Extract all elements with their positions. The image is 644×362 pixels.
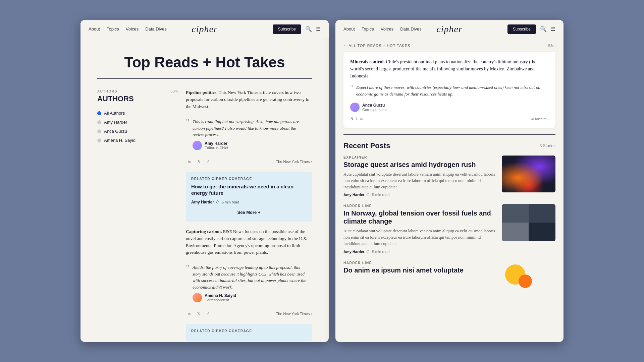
post-1-tag: EXPLAINER [343,156,497,159]
card-twitter-icon[interactable]: 𝕏 [350,116,354,121]
right-window: About Topics Voices Data Dives cipher Su… [335,20,564,342]
left-nav-links: About Topics Voices Data Dives [89,26,167,32]
author-name-all: All Authors [104,111,125,116]
card-avatar-img [350,103,360,112]
left-subscribe-button[interactable]: Subscribe [273,24,301,34]
post-1-clock: ⏱ [366,193,370,197]
right-nav-right: Subscribe 🔍 ☰ [507,24,555,34]
articles-list: Pipeline politics. This New York Times a… [186,86,312,342]
card-linkedin-icon[interactable]: in [360,116,363,121]
left-nav-about[interactable]: About [89,26,100,32]
post-2-excerpt: Aute cupidatat sint voluptate deserunt l… [343,228,497,247]
post-1-thumbnail [502,156,555,192]
card-social: 𝕏 f in Go forward › [350,116,549,121]
article-1-text: Pipeline politics. This New York Times a… [186,89,312,110]
author-anca[interactable]: Anca Gurzu [97,127,178,136]
article-2-author: Amena H. Saiyid Correspondent [193,293,308,302]
author-1-role: Editor-in-Chief [205,146,228,150]
post-2-thumb-img [502,204,555,241]
post-2-clock: ⏱ [366,250,370,254]
authors-label-small: AUTHORS [97,89,117,93]
right-search-icon[interactable]: 🔍 [540,26,547,32]
post-2-tag: HARDER LINE [343,204,497,208]
thumb2-cell3 [502,223,529,241]
article-1-quote: This is troubling but not surprising. Al… [193,118,308,138]
post-1-title: Storage quest arises amid hydrogen rush [343,161,497,169]
sidebar: AUTHORS 53m Authors All Authors Amy Hard… [97,86,178,342]
related-title-1[interactable]: How to get the minerals we need in a cle… [191,183,307,196]
right-menu-icon[interactable]: ☰ [551,26,555,32]
clock-icon-1: ⏱ [216,200,220,204]
author-2-meta: Amena H. Saiyid Correspondent [205,293,236,302]
article-1: Pipeline politics. This New York Times a… [186,89,312,165]
recent-posts-title: Recent Posts [343,141,390,150]
post-item-2[interactable]: HARDER LINE In Norway, global tension ov… [343,204,555,253]
quote-mark-1: " [186,118,190,127]
see-more-button-1[interactable]: See More + [191,208,307,216]
left-nav-datadives[interactable]: Data Dives [145,26,167,32]
post-3-title: Do anim ea ipsum nisi amet voluptate [343,266,497,274]
right-nav-datadives[interactable]: Data Dives [400,26,422,32]
right-subscribe-button[interactable]: Subscribe [507,24,536,34]
left-search-icon[interactable]: 🔍 [305,26,312,32]
twitter-icon-2[interactable]: 𝕏 [195,310,202,317]
facebook-icon-1[interactable]: f [205,158,211,165]
article-2-quote: Amidst the flurry of coverage leading up… [193,264,308,290]
post-1-readtime: 5 min read [372,193,389,197]
author-amy[interactable]: Amy Harder [97,118,178,127]
left-nav-right: Subscribe 🔍 ☰ [273,24,321,34]
left-nav-topics[interactable]: Topics [107,26,119,32]
article-1-bold: Pipeline politics. [186,90,218,95]
facebook-icon-2[interactable]: f [205,310,211,317]
author-amena[interactable]: Amena H. Sayid [97,136,178,145]
post-3-thumbnail [502,261,555,298]
right-nav-about[interactable]: About [343,26,355,32]
sidebar-header: AUTHORS 53m [97,89,178,93]
featured-card: Minerals control. Chile's president outl… [343,52,555,128]
left-menu-icon[interactable]: ☰ [316,26,321,32]
related-label-1: RELATED CIPHER COVERAGE [191,177,307,181]
article-1-quote-block: " This is troubling but not surprising. … [186,115,312,154]
right-nav-links: About Topics Voices Data Dives [343,26,422,32]
author-all[interactable]: All Authors [97,109,178,118]
post-1-excerpt: Aute cupidatat sint voluptate deserunt l… [343,171,497,190]
left-window: About Topics Voices Data Dives cipher Su… [80,20,329,342]
card-quote-block: " Expect more of these moves, with count… [350,84,549,97]
back-link[interactable]: ← ALL TOP READS + HOT TAKES [343,44,410,48]
article-1-share: in 𝕏 f The New York Times › [186,158,312,165]
post-item-1[interactable]: EXPLAINER Storage quest arises amid hydr… [343,156,555,197]
quote-mark-2: " [186,263,190,273]
right-timestamp: 53m [548,44,555,48]
post-2-title: In Norway, global tension over fossil fu… [343,209,497,225]
article-2: Capturing carbon. E&E News focuses on th… [186,228,312,317]
avatar-amena-img [193,293,202,302]
linkedin-icon-1[interactable]: in [186,158,193,165]
author-dot-anca [97,129,101,133]
card-headline-bold: Minerals control. [350,59,385,64]
author-dot-amena [97,138,101,142]
right-nav-topics[interactable]: Topics [362,26,374,32]
author-1-name: Amy Harder [205,141,228,146]
card-next-link[interactable]: Go forward › [530,117,549,121]
source-link-2[interactable]: The New York Times › [276,312,312,316]
right-nav-voices[interactable]: Voices [381,26,393,32]
right-nav: About Topics Voices Data Dives cipher Su… [335,20,564,38]
card-headline: Minerals control. Chile's president outl… [350,58,549,79]
linkedin-icon-2[interactable]: in [186,310,193,317]
post-item-3[interactable]: HARDER LINE Do anim ea ipsum nisi amet v… [343,261,555,298]
twitter-icon-1[interactable]: 𝕏 [195,158,202,165]
author-2-role: Correspondent [205,298,236,302]
author-1-meta: Amy Harder Editor-in-Chief [205,141,228,150]
post-2-info: HARDER LINE In Norway, global tension ov… [343,204,497,253]
related-author-row-1: Amy Harder ⏱ 5 min read [191,200,307,204]
left-nav-voices[interactable]: Voices [126,26,139,32]
source-link-1[interactable]: The New York Times › [276,160,312,164]
authors-label-large: Authors [97,95,178,103]
avatar-amy [193,141,202,150]
author-name-amena: Amena H. Sayid [104,138,136,143]
thumb2-cell4 [529,223,555,241]
card-facebook-icon[interactable]: f [356,116,358,121]
avatar-amena [193,293,202,302]
left-nav: About Topics Voices Data Dives cipher Su… [80,20,329,38]
post-1-info: EXPLAINER Storage quest arises amid hydr… [343,156,497,197]
